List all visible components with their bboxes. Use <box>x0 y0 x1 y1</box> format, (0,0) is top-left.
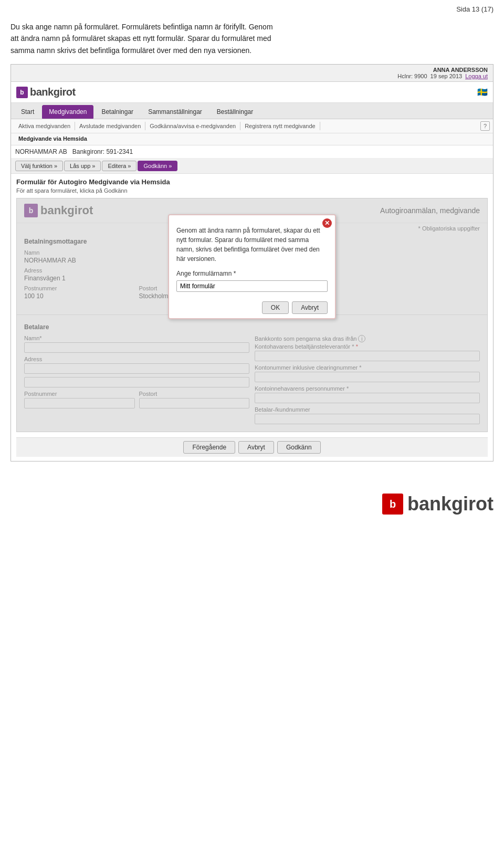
footer-logo-icon: b <box>382 494 403 515</box>
intro-line4: samma namn skrivs det befintliga formulä… <box>10 45 494 56</box>
page-number: Sida 13 (17) <box>456 5 494 13</box>
subnav-aktiva[interactable]: Aktiva medgivanden <box>14 122 75 130</box>
modal-text: Genom att ändra namn på formularet, skap… <box>176 226 328 264</box>
main-content: Formulär för Autogiro Medgivande via Hem… <box>11 174 493 461</box>
company-name: NORHAMMAR AB <box>15 148 67 155</box>
modal-footer: OK Avbryt <box>169 297 335 318</box>
modal-field-label: Ange formulärnamn * <box>176 269 328 278</box>
tab-bestallningar[interactable]: Beställningar <box>210 105 260 119</box>
company-bar: NORHAMMAR AB Bankgironr: 591-2341 <box>11 145 493 159</box>
modal-overlay: ✕ Genom att ändra namn på formularet, sk… <box>17 198 487 432</box>
form-bottom-bar: Föregående Avbryt Godkänn <box>16 437 488 457</box>
subnav-medgivande-hemsida[interactable]: Medgivande via Hemsida <box>14 134 91 143</box>
sub-nav: Aktiva medgivanden Avslutade medgivanden… <box>11 119 493 133</box>
intro-section: Du ska ange namn på formuläret. Formulär… <box>0 16 504 64</box>
page-header: Sida 13 (17) <box>0 0 504 16</box>
footer: b bankgirot <box>0 483 504 526</box>
tab-betalningar[interactable]: Betalningar <box>94 105 140 119</box>
footer-logo-text: bankgirot <box>407 493 494 515</box>
bankgirot-logo-icon: b <box>16 87 28 98</box>
godkann-button[interactable]: Godkänn » <box>138 161 177 171</box>
modal-box: ✕ Genom att ändra namn på formularet, sk… <box>168 214 336 319</box>
user-name: ANNA ANDERSSON <box>397 67 488 73</box>
company-bankgiro: Bankgironr: 591-2341 <box>72 148 133 155</box>
subnav-godkanna[interactable]: Godkänna/avvisa e-medgivanden <box>145 122 240 130</box>
user-details: Hclnr: 9900 19 sep 2013 Logga ut <box>397 73 488 79</box>
modal-cancel-button[interactable]: Avbryt <box>292 301 328 314</box>
subnav-registrera[interactable]: Registrera nytt medgivande <box>240 122 320 130</box>
previous-button[interactable]: Föregående <box>183 441 235 454</box>
modal-formulärnamn-input[interactable] <box>176 280 328 292</box>
las-upp-button[interactable]: Lås upp » <box>64 161 101 171</box>
intro-line1: Du ska ange namn på formuläret. Formulär… <box>10 21 494 33</box>
bottom-cancel-button[interactable]: Avbryt <box>238 441 274 454</box>
modal-body: Genom att ändra namn på formularet, skap… <box>169 215 335 297</box>
modal-ok-button[interactable]: OK <box>262 301 289 314</box>
flag-icon: 🇸🇪 <box>477 87 488 97</box>
nav-tabs: Start Medgivanden Betalningar Sammanstäl… <box>11 103 493 119</box>
tab-medgivanden[interactable]: Medgivanden <box>42 105 93 119</box>
logout-link[interactable]: Logga ut <box>465 73 488 79</box>
editera-button[interactable]: Editera » <box>102 161 136 171</box>
subnav-avslutade[interactable]: Avslutade medgivanden <box>75 122 145 130</box>
form-title: Formulär för Autogiro Medgivande via Hem… <box>16 178 488 186</box>
bottom-godkann-button[interactable]: Godkänn <box>277 441 321 454</box>
help-icon[interactable]: ? <box>480 121 490 131</box>
form-instruction: För att spara formuläret, klicka på Godk… <box>16 187 488 194</box>
hclnr: Hclnr: 9900 <box>397 73 427 79</box>
footer-logo: b bankgirot <box>382 493 494 515</box>
browser-window: ANNA ANDERSSON Hclnr: 9900 19 sep 2013 L… <box>10 64 494 462</box>
intro-line2: att ändra namn på formuläret skapas ett … <box>10 33 494 44</box>
date: 19 sep 2013 <box>430 73 463 79</box>
top-bar: ANNA ANDERSSON Hclnr: 9900 19 sep 2013 L… <box>11 65 493 82</box>
bankgirot-logo-text: bankgirot <box>30 86 76 98</box>
sub-nav-second-row: Medgivande via Hemsida <box>11 133 493 145</box>
tab-start[interactable]: Start <box>14 105 41 119</box>
form-preview: b bankgirot Autogiroanmälan, medgivande … <box>16 198 488 432</box>
tab-sammanstallningar[interactable]: Sammanställningar <box>141 105 209 119</box>
valj-funktion-button[interactable]: Välj funktion » <box>15 161 63 171</box>
action-bar: Välj funktion » Lås upp » Editera » Godk… <box>11 159 493 174</box>
logo-bar: b bankgirot 🇸🇪 <box>11 82 493 103</box>
user-info: ANNA ANDERSSON Hclnr: 9900 19 sep 2013 L… <box>397 67 488 79</box>
